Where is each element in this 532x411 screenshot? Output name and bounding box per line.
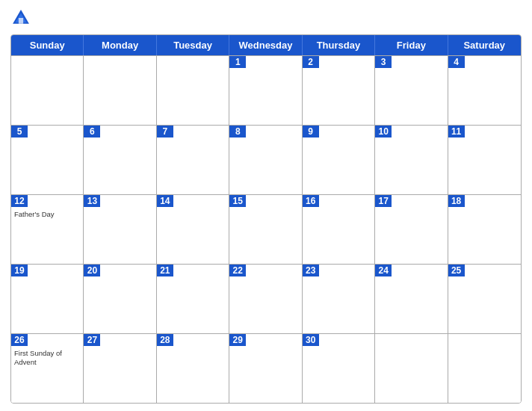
calendar-cell: 28 bbox=[157, 334, 229, 403]
cell-date-number: 25 bbox=[448, 265, 465, 276]
cell-date-number: 15 bbox=[229, 195, 246, 207]
calendar-cell: 4 bbox=[448, 56, 521, 125]
calendar-body: 123456789101112Father's Day1314151617181… bbox=[11, 55, 521, 403]
calendar-cell: 30 bbox=[303, 334, 375, 403]
cell-date-number: 12 bbox=[11, 195, 28, 207]
calendar-cell: 22 bbox=[229, 265, 302, 333]
cell-date-number: 16 bbox=[303, 195, 319, 207]
calendar-day-names: SundayMondayTuesdayWednesdayThursdayFrid… bbox=[11, 35, 521, 55]
cell-date-number: 7 bbox=[157, 126, 173, 137]
calendar-cell: 14 bbox=[157, 195, 229, 264]
page: SundayMondayTuesdayWednesdayThursdayFrid… bbox=[0, 0, 532, 411]
cell-date-number: 23 bbox=[303, 265, 319, 276]
calendar-cell bbox=[448, 334, 521, 403]
day-name-wednesday: Wednesday bbox=[229, 35, 302, 55]
cell-date-number: 20 bbox=[84, 265, 100, 276]
cell-date-number: 27 bbox=[84, 334, 100, 346]
calendar-cell: 21 bbox=[157, 265, 229, 333]
svg-rect-2 bbox=[19, 18, 23, 24]
calendar-cell: 20 bbox=[84, 265, 156, 333]
cell-date-number: 3 bbox=[375, 56, 392, 68]
day-name-tuesday: Tuesday bbox=[157, 35, 229, 55]
cell-date-number bbox=[84, 56, 100, 58]
calendar-cell: 24 bbox=[375, 265, 448, 333]
calendar-cell: 5 bbox=[11, 126, 84, 194]
cell-date-number: 9 bbox=[303, 126, 319, 137]
calendar-cell: 18 bbox=[448, 195, 521, 264]
day-name-thursday: Thursday bbox=[303, 35, 375, 55]
cell-date-number: 8 bbox=[229, 126, 246, 137]
cell-event-label: First Sunday of Advent bbox=[14, 349, 80, 368]
cell-date-number: 11 bbox=[448, 126, 465, 137]
cell-date-number: 1 bbox=[229, 56, 246, 68]
cell-date-number: 6 bbox=[84, 126, 100, 137]
day-name-friday: Friday bbox=[375, 35, 448, 55]
header bbox=[10, 7, 522, 28]
calendar-cell bbox=[375, 334, 448, 403]
cell-date-number: 21 bbox=[157, 265, 173, 276]
cell-date-number: 30 bbox=[303, 334, 319, 346]
cell-date-number: 18 bbox=[448, 195, 465, 207]
calendar-cell: 19 bbox=[11, 265, 84, 333]
cell-date-number: 4 bbox=[448, 56, 465, 68]
cell-date-number bbox=[448, 334, 465, 336]
calendar-cell: 27 bbox=[84, 334, 156, 403]
cell-date-number bbox=[375, 334, 392, 336]
cell-date-number: 5 bbox=[11, 126, 28, 137]
calendar-cell: 11 bbox=[448, 126, 521, 194]
calendar-cell: 1 bbox=[229, 56, 302, 125]
cell-date-number bbox=[11, 56, 28, 58]
calendar-cell: 17 bbox=[375, 195, 448, 264]
calendar-cell: 12Father's Day bbox=[11, 195, 84, 264]
calendar-cell: 10 bbox=[375, 126, 448, 194]
cell-date-number: 26 bbox=[11, 334, 28, 346]
calendar-cell: 16 bbox=[303, 195, 375, 264]
cell-date-number: 2 bbox=[303, 56, 319, 68]
calendar-cell: 8 bbox=[229, 126, 302, 194]
calendar-cell: 2 bbox=[303, 56, 375, 125]
cell-date-number bbox=[157, 56, 173, 58]
calendar-cell: 3 bbox=[375, 56, 448, 125]
calendar-cell: 13 bbox=[84, 195, 156, 264]
cell-date-number: 10 bbox=[375, 126, 392, 137]
calendar-week-5: 26First Sunday of Advent27282930 bbox=[11, 333, 521, 403]
cell-date-number: 29 bbox=[229, 334, 246, 346]
cell-event-label: Father's Day bbox=[14, 210, 80, 219]
day-name-monday: Monday bbox=[84, 35, 156, 55]
calendar-cell: 23 bbox=[303, 265, 375, 333]
calendar-week-4: 19202122232425 bbox=[11, 264, 521, 333]
cell-date-number: 24 bbox=[375, 265, 392, 276]
calendar-cell bbox=[157, 56, 229, 125]
cell-date-number: 28 bbox=[157, 334, 173, 346]
calendar-cell: 29 bbox=[229, 334, 302, 403]
day-name-saturday: Saturday bbox=[448, 35, 521, 55]
calendar-cell: 15 bbox=[229, 195, 302, 264]
cell-date-number: 17 bbox=[375, 195, 392, 207]
logo bbox=[10, 7, 34, 28]
day-name-sunday: Sunday bbox=[11, 35, 84, 55]
calendar-week-2: 567891011 bbox=[11, 125, 521, 194]
calendar-week-1: 1234 bbox=[11, 55, 521, 125]
cell-date-number: 19 bbox=[11, 265, 28, 276]
cell-date-number: 13 bbox=[84, 195, 100, 207]
calendar-cell: 26First Sunday of Advent bbox=[11, 334, 84, 403]
cell-date-number: 22 bbox=[229, 265, 246, 276]
calendar-cell: 7 bbox=[157, 126, 229, 194]
calendar-cell: 6 bbox=[84, 126, 156, 194]
logo-icon bbox=[10, 7, 31, 28]
calendar: SundayMondayTuesdayWednesdayThursdayFrid… bbox=[10, 34, 522, 404]
cell-date-number: 14 bbox=[157, 195, 173, 207]
calendar-cell bbox=[84, 56, 156, 125]
calendar-cell bbox=[11, 56, 84, 125]
calendar-week-3: 12Father's Day131415161718 bbox=[11, 194, 521, 264]
calendar-cell: 25 bbox=[448, 265, 521, 333]
calendar-cell: 9 bbox=[303, 126, 375, 194]
